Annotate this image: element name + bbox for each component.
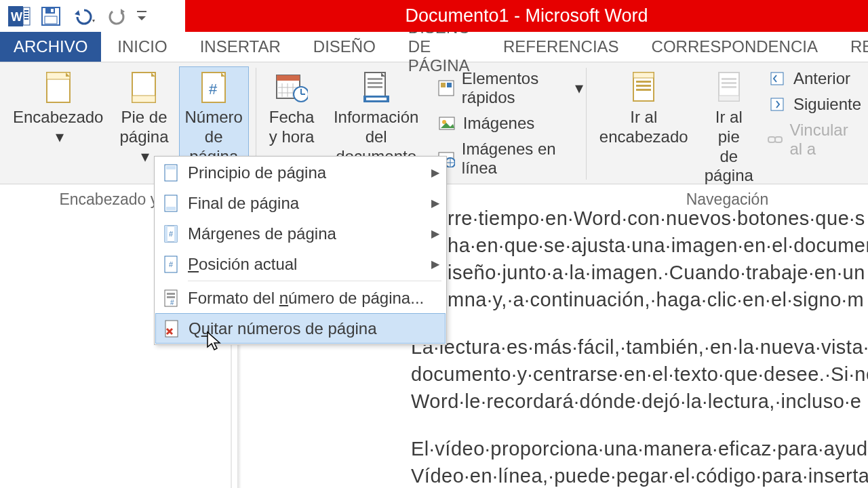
menu-current-position[interactable]: # Posición actual ▶ <box>155 249 446 279</box>
doc-line: mna·y,·a·continuación,·haga·clic·en·el·s… <box>448 286 868 313</box>
doc-line: El·vídeo·proporciona·una·manera·eficaz·p… <box>411 435 868 462</box>
svg-rect-11 <box>137 11 146 12</box>
doc-line: ha·en·que·se·ajusta·una·imagen·en·el·doc… <box>448 232 868 259</box>
paragraph-2: La·lectura·es·más·fácil,·también,·en·la·… <box>411 333 868 415</box>
doc-line: rre·tiempo·en·Word·con·nuevos·botones·qu… <box>448 205 868 232</box>
qat-customize-icon[interactable] <box>137 9 146 23</box>
save-icon[interactable] <box>41 6 61 26</box>
menu-separator <box>188 281 441 281</box>
doc-line: La·lectura·es·más·fácil,·también,·en·la·… <box>411 333 868 361</box>
svg-text:#: # <box>169 260 174 268</box>
svg-rect-56 <box>166 166 176 169</box>
chevron-down-icon: ▾ <box>56 127 64 147</box>
remove-number-icon <box>156 319 189 338</box>
encabezado-button[interactable]: Encabezado▾ <box>7 66 109 149</box>
svg-rect-58 <box>166 207 176 210</box>
menu-page-margins[interactable]: # Márgenes de página ▶ <box>155 218 446 249</box>
redo-icon[interactable] <box>107 6 127 26</box>
chevron-down-icon: ▾ <box>141 147 149 167</box>
pie-label-1: Pie de <box>121 108 167 126</box>
svg-rect-5 <box>24 16 28 17</box>
page-margins-icon: # <box>155 224 188 243</box>
undo-icon[interactable] <box>71 6 98 26</box>
quick-access-toolbar: W <box>0 0 185 32</box>
menu-remove-label: Quitar números de página <box>189 319 445 338</box>
numero-label-1: Número de <box>185 108 243 146</box>
submenu-arrow-icon: ▶ <box>425 166 446 179</box>
svg-rect-66 <box>167 293 175 295</box>
word-app-icon: W <box>8 5 31 28</box>
page-number-dropdown: Principio de página ▶ Final de página ▶ … <box>154 156 447 345</box>
doc-line: Word·le·recordará·dónde·dejó·la·lectura,… <box>411 388 868 415</box>
submenu-arrow-icon: ▶ <box>425 197 446 209</box>
footer-icon <box>127 71 160 104</box>
svg-text:#: # <box>170 299 174 306</box>
menu-format-label: Formato del número de página... <box>188 289 446 308</box>
format-number-icon: # <box>155 289 188 308</box>
svg-rect-3 <box>24 10 28 12</box>
submenu-arrow-icon: ▶ <box>425 227 446 240</box>
svg-rect-61 <box>174 226 177 242</box>
encabezado-label: Encabezado <box>13 108 103 126</box>
svg-rect-9 <box>45 16 57 24</box>
menu-top-of-page[interactable]: Principio de página ▶ <box>155 157 446 188</box>
svg-rect-10 <box>51 9 54 12</box>
submenu-arrow-icon: ▶ <box>425 258 446 270</box>
doc-line: Vídeo·en·línea,·puede·pegar·el·código·pa… <box>411 462 868 488</box>
menu-format-number[interactable]: # Formato del número de página... <box>155 283 446 313</box>
page-top-icon <box>155 163 188 182</box>
menu-bottom-of-page[interactable]: Final de página ▶ <box>155 188 446 218</box>
menu-remove-numbers[interactable]: Quitar números de página <box>155 313 446 344</box>
svg-text:#: # <box>169 230 174 238</box>
svg-rect-60 <box>165 226 167 242</box>
page-bottom-icon <box>155 194 188 213</box>
doc-line: documento·y·centrarse·en·el·texto·que·de… <box>411 361 868 388</box>
menu-current-label: Posición actual <box>188 255 425 274</box>
svg-rect-4 <box>24 13 28 14</box>
menu-bottom-label: Final de página <box>188 194 425 213</box>
svg-rect-67 <box>167 296 175 298</box>
svg-rect-15 <box>132 96 155 102</box>
doc-line: iseño·junto·a·la·imagen.·Cuando·trabaje·… <box>448 259 868 286</box>
svg-rect-6 <box>24 18 28 20</box>
current-position-icon: # <box>155 255 188 274</box>
paragraph-1: rre·tiempo·en·Word·con·nuevos·botones·qu… <box>448 27 868 313</box>
svg-text:W: W <box>11 10 22 24</box>
page-number-icon: # <box>197 71 230 104</box>
svg-text:#: # <box>209 81 218 98</box>
tab-file[interactable]: ARCHIVO <box>0 32 101 62</box>
tab-inicio[interactable]: INICIO <box>101 32 183 62</box>
pie-pagina-button[interactable]: Pie depágina▾ <box>113 66 174 168</box>
paragraph-3: El·vídeo·proporciona·una·manera·eficaz·p… <box>411 435 868 488</box>
menu-top-label: Principio de página <box>188 163 425 182</box>
header-icon <box>42 71 75 104</box>
menu-margins-label: Márgenes de página <box>188 224 425 243</box>
pie-label-2: página <box>119 127 168 146</box>
